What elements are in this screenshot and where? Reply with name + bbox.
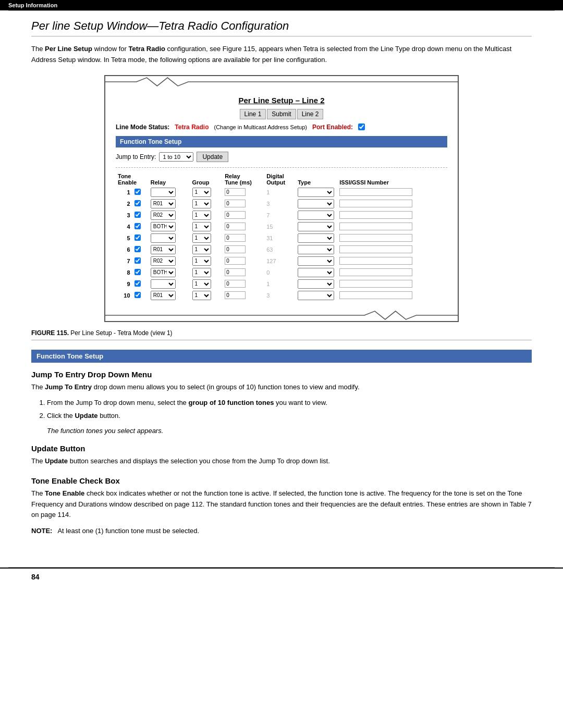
tone-enable-checkbox[interactable]	[134, 235, 141, 241]
relay-cell[interactable]: R01R02BOTH	[149, 278, 190, 290]
type-select[interactable]: ISSIGSSI	[298, 256, 334, 266]
issi-gssi-cell[interactable]	[337, 221, 447, 232]
relay-tune-cell[interactable]	[223, 221, 264, 232]
type-cell[interactable]: ISSIGSSI	[296, 267, 337, 278]
relay-select[interactable]: R01R02BOTH	[151, 268, 176, 277]
port-enabled-checkbox[interactable]	[358, 124, 365, 130]
relay-cell[interactable]: R01R02BOTH	[149, 267, 190, 278]
tone-enable-checkbox[interactable]	[134, 292, 141, 298]
tone-enable-checkbox[interactable]	[134, 257, 141, 264]
group-cell[interactable]: 1234	[190, 187, 223, 198]
issi-gssi-cell[interactable]	[337, 278, 447, 290]
group-select[interactable]: 1234	[192, 268, 211, 277]
relay-tune-input[interactable]	[225, 280, 246, 288]
relay-select[interactable]: R01R02BOTH	[151, 256, 176, 266]
relay-select[interactable]: R01R02BOTH	[151, 279, 176, 289]
relay-tune-input[interactable]	[225, 200, 246, 207]
issi-gssi-cell[interactable]	[337, 267, 447, 278]
relay-tune-cell[interactable]	[223, 198, 264, 209]
type-select[interactable]: ISSIGSSI	[298, 188, 334, 197]
tone-enable-cell[interactable]	[132, 198, 149, 209]
issi-gssi-input[interactable]	[339, 200, 412, 207]
relay-cell[interactable]: R01R02BOTH	[149, 209, 190, 221]
type-select[interactable]: ISSIGSSI	[298, 199, 334, 208]
group-select[interactable]: 1234	[192, 188, 211, 197]
issi-gssi-cell[interactable]	[337, 209, 447, 221]
issi-gssi-cell[interactable]	[337, 198, 447, 209]
tone-enable-cell[interactable]	[132, 232, 149, 244]
issi-gssi-input[interactable]	[339, 188, 412, 196]
relay-select[interactable]: R01R02BOTH	[151, 222, 176, 231]
issi-gssi-cell[interactable]	[337, 290, 447, 301]
group-cell[interactable]: 1234	[190, 198, 223, 209]
jump-select[interactable]: 1 to 10 11 to 20 21 to 30	[159, 152, 193, 162]
relay-tune-cell[interactable]	[223, 267, 264, 278]
type-cell[interactable]: ISSIGSSI	[296, 232, 337, 244]
type-select[interactable]: ISSIGSSI	[298, 233, 334, 243]
issi-gssi-input[interactable]	[339, 245, 412, 253]
group-select[interactable]: 1234	[192, 279, 211, 289]
relay-tune-input[interactable]	[225, 257, 246, 265]
group-select[interactable]: 1234	[192, 233, 211, 243]
tone-enable-cell[interactable]	[132, 290, 149, 301]
relay-select[interactable]: R01R02BOTH	[151, 245, 176, 254]
tone-enable-cell[interactable]	[132, 187, 149, 198]
relay-cell[interactable]: R01R02BOTH	[149, 255, 190, 267]
type-cell[interactable]: ISSIGSSI	[296, 255, 337, 267]
relay-tune-input[interactable]	[225, 234, 246, 242]
issi-gssi-input[interactable]	[339, 257, 412, 265]
relay-tune-input[interactable]	[225, 211, 246, 219]
relay-cell[interactable]: R01R02BOTH	[149, 232, 190, 244]
tone-enable-checkbox[interactable]	[134, 280, 141, 287]
relay-select[interactable]: R01R02BOTH	[151, 233, 176, 243]
type-select[interactable]: ISSIGSSI	[298, 279, 334, 289]
line2-button[interactable]: Line 2	[297, 109, 324, 119]
tone-enable-checkbox[interactable]	[134, 200, 141, 206]
tone-enable-cell[interactable]	[132, 209, 149, 221]
relay-tune-input[interactable]	[225, 291, 246, 299]
type-cell[interactable]: ISSIGSSI	[296, 198, 337, 209]
issi-gssi-input[interactable]	[339, 234, 412, 242]
relay-tune-cell[interactable]	[223, 232, 264, 244]
group-cell[interactable]: 1234	[190, 255, 223, 267]
relay-tune-cell[interactable]	[223, 187, 264, 198]
type-cell[interactable]: ISSIGSSI	[296, 244, 337, 255]
relay-tune-cell[interactable]	[223, 255, 264, 267]
issi-gssi-cell[interactable]	[337, 232, 447, 244]
relay-cell[interactable]: R01R02BOTH	[149, 187, 190, 198]
group-select[interactable]: 1234	[192, 245, 211, 254]
relay-tune-input[interactable]	[225, 268, 246, 276]
group-cell[interactable]: 1234	[190, 232, 223, 244]
relay-tune-input[interactable]	[225, 245, 246, 253]
group-cell[interactable]: 1234	[190, 267, 223, 278]
type-select[interactable]: ISSIGSSI	[298, 291, 334, 300]
group-cell[interactable]: 1234	[190, 278, 223, 290]
type-cell[interactable]: ISSIGSSI	[296, 278, 337, 290]
relay-select[interactable]: R01R02BOTH	[151, 291, 176, 300]
type-cell[interactable]: ISSIGSSI	[296, 187, 337, 198]
relay-cell[interactable]: R01R02BOTH	[149, 244, 190, 255]
type-cell[interactable]: ISSIGSSI	[296, 221, 337, 232]
tone-enable-cell[interactable]	[132, 255, 149, 267]
relay-cell[interactable]: R01R02BOTH	[149, 221, 190, 232]
issi-gssi-cell[interactable]	[337, 255, 447, 267]
relay-tune-cell[interactable]	[223, 244, 264, 255]
relay-select[interactable]: R01R02BOTH	[151, 211, 176, 220]
issi-gssi-input[interactable]	[339, 211, 412, 219]
update-button-fig[interactable]: Update	[197, 152, 228, 162]
relay-tune-input[interactable]	[225, 223, 246, 230]
type-select[interactable]: ISSIGSSI	[298, 245, 334, 254]
relay-cell[interactable]: R01R02BOTH	[149, 198, 190, 209]
issi-gssi-input[interactable]	[339, 223, 412, 230]
group-select[interactable]: 1234	[192, 222, 211, 231]
type-select[interactable]: ISSIGSSI	[298, 211, 334, 220]
type-select[interactable]: ISSIGSSI	[298, 268, 334, 277]
relay-select[interactable]: R01R02BOTH	[151, 188, 176, 197]
group-select[interactable]: 1234	[192, 211, 211, 220]
group-select[interactable]: 1234	[192, 256, 211, 266]
tone-enable-checkbox[interactable]	[134, 269, 141, 275]
relay-cell[interactable]: R01R02BOTH	[149, 290, 190, 301]
group-select[interactable]: 1234	[192, 199, 211, 208]
group-cell[interactable]: 1234	[190, 290, 223, 301]
group-select[interactable]: 1234	[192, 291, 211, 300]
